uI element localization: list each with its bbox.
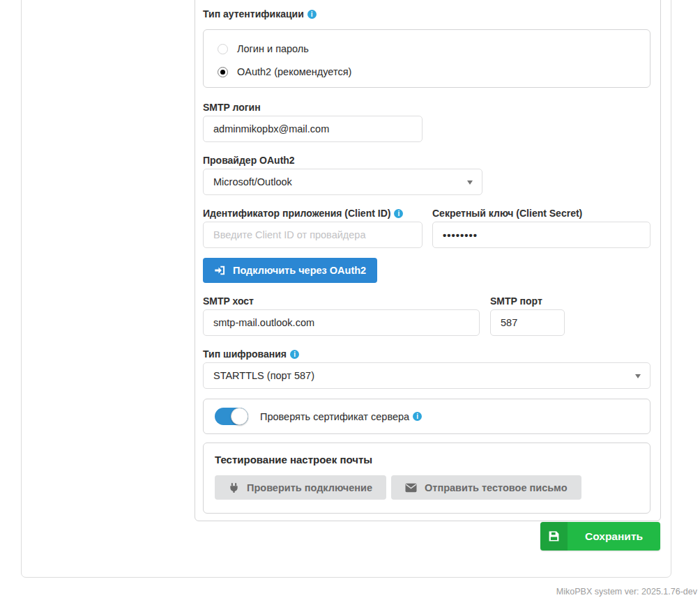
radio-option-oauth2[interactable]: OAuth2 (рекомендуется) [218,62,650,82]
encryption-type-label: Тип шифрования i [203,348,650,360]
envelope-icon [405,483,417,493]
info-icon[interactable]: i [394,209,403,218]
toggle-knob[interactable] [231,408,248,425]
save-icon [548,530,560,542]
radio-circle-checked-icon[interactable] [218,67,228,77]
client-id-label: Идентификатор приложения (Client ID) i [203,208,423,219]
smtp-login-label: SMTP логин [203,102,650,113]
verify-certificate-label: Проверять сертификат сервера i [260,411,422,422]
radio-circle-icon[interactable] [218,44,228,54]
info-icon[interactable]: i [290,350,299,359]
mail-testing-section: Тестирование настроек почты Проверить по… [203,443,650,514]
check-connection-button[interactable]: Проверить подключение [215,475,386,500]
save-button[interactable]: Сохранить [540,522,660,551]
mail-settings-form: Тип аутентификации i Логин и пароль OAut… [203,0,650,514]
plug-icon [229,482,239,493]
smtp-port-input[interactable] [490,309,565,336]
smtp-host-label: SMTP хост [203,295,480,307]
info-icon[interactable]: i [413,412,422,421]
client-secret-label: Секретный ключ (Client Secret) [432,208,650,219]
dropdown-caret-icon [635,374,641,378]
dropdown-caret-icon [467,180,473,185]
system-version-text: MikoPBX system ver: 2025.1.76-dev [556,587,697,597]
auth-type-radio-group: Логин и пароль OAuth2 (рекомендуется) [203,29,650,88]
send-test-email-button[interactable]: Отправить тестовое письмо [391,475,581,500]
verify-certificate-toggle[interactable] [215,408,248,425]
sign-in-icon [214,265,226,276]
client-secret-input[interactable] [432,222,650,248]
auth-type-label: Тип аутентификации i [203,8,650,20]
oauth-connect-button[interactable]: Подключить через OAuth2 [203,258,377,283]
smtp-login-input[interactable] [203,116,423,142]
smtp-port-label: SMTP порт [490,295,565,307]
encryption-type-dropdown[interactable]: STARTTLS (порт 587) [203,362,650,389]
smtp-host-input[interactable] [203,309,480,336]
client-id-input[interactable] [203,222,423,248]
radio-option-login-password[interactable]: Логин и пароль [218,39,650,59]
info-icon[interactable]: i [307,10,317,19]
oauth-provider-label: Провайдер OAuth2 [203,155,650,166]
oauth-provider-dropdown[interactable]: Microsoft/Outlook [203,169,482,195]
mail-testing-title: Тестирование настроек почты [215,454,639,466]
verify-certificate-row: Проверять сертификат сервера i [203,399,650,434]
